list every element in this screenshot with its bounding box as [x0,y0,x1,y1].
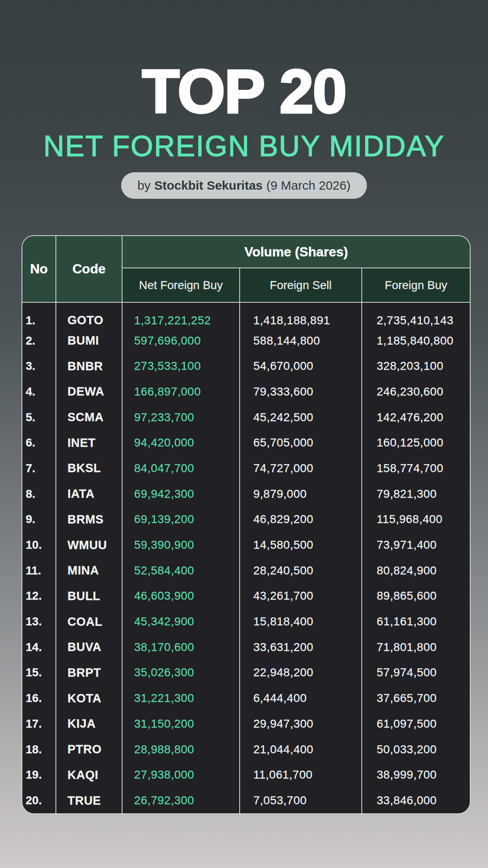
foreign-sell-cell: 9,879,000 [240,481,362,507]
net-foreign-buy-cell: 273,533,100 [122,353,240,379]
foreign-buy-cell: 142,476,200 [362,405,470,430]
net-foreign-buy-cell: 35,026,300 [122,660,240,686]
foreign-sell-cell: 43,261,700 [240,583,362,609]
rank-cell: 6. [22,430,56,456]
table-row: 20. TRUE 26,792,300 7,053,700 33,846,000 [22,788,470,813]
rank-cell: 5. [22,405,56,430]
table-header: No Code Volume (Shares) Net Foreign Buy … [22,236,470,302]
foreign-buy-cell: 61,097,500 [362,711,470,737]
table-row: 17. KIJA 31,150,200 29,947,300 61,097,50… [22,711,470,737]
net-foreign-buy-cell: 52,584,400 [122,558,240,583]
net-foreign-buy-cell: 46,603,900 [122,583,240,609]
page-subtitle: NET FOREIGN BUY MIDDAY [0,132,488,161]
table-row: 12. BULL 46,603,900 43,261,700 89,865,60… [22,583,470,609]
stock-code-cell: KAQI [56,762,122,788]
foreign-buy-cell: 160,125,000 [362,430,470,456]
net-foreign-buy-cell: 31,221,300 [122,685,240,711]
rank-cell: 2. [22,328,56,354]
table-row: 5. SCMA 97,233,700 45,242,500 142,476,20… [22,405,470,430]
foreign-buy-cell: 37,665,700 [362,685,470,711]
foreign-buy-cell: 61,161,300 [362,609,470,634]
foreign-sell-cell: 33,631,200 [240,634,362,660]
stock-code-cell: IATA [56,481,122,507]
rank-cell: 14. [22,634,56,660]
rank-cell: 19. [22,762,56,788]
rank-cell: 11. [22,558,56,583]
rank-cell: 20. [22,788,56,813]
rank-cell: 13. [22,609,56,634]
badge-brand: Stockbit Sekuritas [154,178,263,193]
foreign-sell-cell: 14,580,500 [240,532,362,558]
rank-cell: 18. [22,737,56,762]
table-row: 1. GOTO 1,317,221,252 1,418,188,891 2,73… [22,302,470,328]
stock-code-cell: KIJA [56,711,122,737]
col-header-net-foreign-buy: Net Foreign Buy [122,268,240,302]
stock-code-cell: DEWA [56,379,122,405]
foreign-sell-cell: 45,242,500 [240,405,362,430]
foreign-buy-cell: 79,821,300 [362,481,470,507]
stock-code-cell: BUVA [56,634,122,660]
net-foreign-buy-cell: 59,390,900 [122,532,240,558]
table-row: 3. BNBR 273,533,100 54,670,000 328,203,1… [22,353,470,379]
net-foreign-buy-cell: 31,150,200 [122,711,240,737]
col-header-no: No [22,236,56,302]
foreign-buy-cell: 89,865,600 [362,583,470,609]
table-row: 7. BKSL 84,047,700 74,727,000 158,774,70… [22,456,470,481]
stock-code-cell: BRPT [56,660,122,686]
col-group-header-volume: Volume (Shares) [122,236,470,268]
table-row: 18. PTRO 28,988,800 21,044,400 50,033,20… [22,737,470,762]
table-row: 9. BRMS 69,139,200 46,829,200 115,968,40… [22,507,470,533]
foreign-buy-cell: 158,774,700 [362,456,470,481]
source-badge: by Stockbit Sekuritas (9 March 2026) [121,172,367,199]
rank-cell: 12. [22,583,56,609]
net-foreign-buy-cell: 28,988,800 [122,737,240,762]
net-foreign-buy-cell: 97,233,700 [122,405,240,430]
net-foreign-buy-cell: 38,170,600 [122,634,240,660]
foreign-sell-cell: 54,670,000 [240,353,362,379]
foreign-sell-cell: 588,144,800 [240,328,362,354]
foreign-buy-cell: 57,974,500 [362,660,470,686]
foreign-buy-cell: 2,735,410,143 [362,302,470,328]
table-row: 11. MINA 52,584,400 28,240,500 80,824,90… [22,558,470,583]
stock-code-cell: BULL [56,583,122,609]
foreign-sell-cell: 29,947,300 [240,711,362,737]
net-foreign-buy-cell: 94,420,000 [122,430,240,456]
net-foreign-buy-cell: 166,897,000 [122,379,240,405]
stock-code-cell: WMUU [56,532,122,558]
foreign-sell-cell: 65,705,000 [240,430,362,456]
foreign-buy-cell: 328,203,100 [362,353,470,379]
foreign-buy-cell: 246,230,600 [362,379,470,405]
foreign-buy-cell: 1,185,840,800 [362,328,470,354]
badge-date: (9 March 2026) [267,178,351,193]
stock-code-cell: BKSL [56,456,122,481]
rank-cell: 15. [22,660,56,686]
stock-code-cell: BUMI [56,328,122,354]
data-table-card: No Code Volume (Shares) Net Foreign Buy … [22,235,471,814]
net-foreign-buy-cell: 27,938,000 [122,762,240,788]
foreign-buy-cell: 33,846,000 [362,788,470,813]
table-row: 19. KAQI 27,938,000 11,061,700 38,999,70… [22,762,470,788]
rank-cell: 3. [22,353,56,379]
table-body: 1. GOTO 1,317,221,252 1,418,188,891 2,73… [22,302,470,813]
foreign-buy-cell: 50,033,200 [362,737,470,762]
foreign-sell-cell: 28,240,500 [240,558,362,583]
table-row: 15. BRPT 35,026,300 22,948,200 57,974,50… [22,660,470,686]
stock-code-cell: KOTA [56,685,122,711]
page-title: TOP 20 [0,61,488,122]
net-foreign-buy-cell: 45,342,900 [122,609,240,634]
net-foreign-buy-cell: 597,696,000 [122,328,240,354]
foreign-buy-cell: 71,801,800 [362,634,470,660]
table-row: 2. BUMI 597,696,000 588,144,800 1,185,84… [22,328,470,354]
foreign-sell-cell: 15,818,400 [240,609,362,634]
net-foreign-buy-cell: 69,139,200 [122,507,240,533]
table-row: 13. COAL 45,342,900 15,818,400 61,161,30… [22,609,470,634]
stock-code-cell: PTRO [56,737,122,762]
rank-cell: 8. [22,481,56,507]
foreign-buy-cell: 73,971,400 [362,532,470,558]
foreign-sell-cell: 74,727,000 [240,456,362,481]
rank-cell: 4. [22,379,56,405]
badge-prefix: by [137,178,151,193]
rank-cell: 9. [22,507,56,533]
net-foreign-buy-cell: 26,792,300 [122,788,240,813]
table-row: 10. WMUU 59,390,900 14,580,500 73,971,40… [22,532,470,558]
